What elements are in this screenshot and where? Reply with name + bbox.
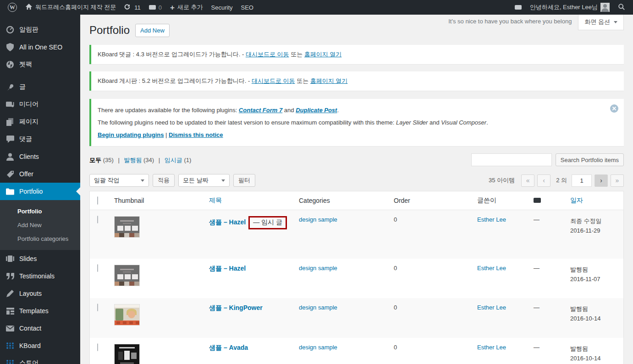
security-menu[interactable]: Security [207, 0, 237, 15]
portfolio-title-link[interactable]: 샘플 – Avada [209, 344, 248, 351]
updates-indicator[interactable]: 11 [120, 0, 145, 15]
feedback-bubble[interactable] [511, 0, 526, 15]
shield-icon [6, 43, 15, 51]
portfolio-title-link[interactable]: 샘플 – Hazel [209, 265, 246, 272]
admin-bar: W 워드프레스홈페이지 제작 전문 11 0 + 새로 추가 Security … [0, 0, 633, 15]
author-link[interactable]: Esther Lee [477, 265, 506, 272]
apply-button[interactable]: 적용 [153, 174, 175, 187]
comment-icon [6, 136, 15, 143]
row-checkbox[interactable] [97, 343, 98, 351]
category-link[interactable]: design sample [299, 265, 337, 272]
wordpress-logo-icon[interactable]: W [4, 0, 21, 15]
author-link[interactable]: Esther Lee [477, 216, 506, 223]
sidebar-item-kboard[interactable]: KBoard [0, 337, 80, 354]
sidebar-item-dashboard[interactable]: 알림판 [0, 21, 80, 38]
select-all-checkbox[interactable] [97, 196, 98, 205]
comments-indicator[interactable]: 0 [145, 0, 166, 15]
sidebar-item-slides[interactable]: Slides [0, 250, 80, 267]
sidebar-item-contact[interactable]: Contact [0, 320, 80, 337]
site-link[interactable]: 워드프레스홈페이지 제작 전문 [21, 0, 120, 15]
author-link[interactable]: Esther Lee [477, 304, 506, 311]
begin-updating-plugins-link[interactable]: Begin updating plugins [98, 131, 164, 138]
category-link[interactable]: design sample [299, 304, 337, 311]
row-checkbox[interactable] [97, 264, 98, 272]
dashboard-link[interactable]: 대시보드로 이동 [252, 77, 295, 84]
portfolio-title-link[interactable]: 샘플 – KingPower [209, 304, 263, 311]
kboard-comment-notice: KBoard 댓글 : 4.3 버전으로 업그레이드가 가능합니다. - 대시보… [89, 45, 624, 64]
category-link[interactable]: design sample [299, 344, 337, 351]
homepage-link[interactable]: 홈페이지 열기 [304, 51, 342, 58]
total-pages-label: 2 의 [556, 176, 567, 185]
search-portfolio-button[interactable]: Search Portfolio items [556, 153, 624, 166]
sidebar-item-all-in-one-seo[interactable]: All in One SEO [0, 38, 80, 56]
sidebar-item-testimonials[interactable]: Testimonials [0, 267, 80, 285]
next-page-button[interactable]: › [594, 174, 608, 187]
account-menu[interactable]: 안녕하세요, Esther Lee님 [526, 0, 614, 15]
filter-published[interactable]: 발행됨 [124, 157, 142, 163]
seo-menu[interactable]: SEO [237, 0, 258, 15]
bulk-actions-select[interactable]: 일괄 작업 [89, 174, 149, 187]
row-checkbox[interactable] [97, 304, 98, 311]
comments-header-icon [534, 198, 541, 203]
kboard-board-notice: KBoard 게시판 : 5.2 버전으로 업그레이드가 가능합니다. - 대시… [89, 71, 624, 91]
admin-bar-right: 안녕하세요, Esther Lee님 [511, 0, 629, 15]
homepage-link[interactable]: 홈페이지 열기 [310, 77, 348, 84]
comment-count: — [534, 338, 570, 364]
contact-form-7-link[interactable]: Contact Form 7 [239, 107, 282, 114]
filter-draft[interactable]: 임시글 [165, 157, 182, 163]
screen-options-button[interactable]: 화면 옵션 [578, 15, 624, 30]
portfolio-thumbnail[interactable] [114, 216, 140, 238]
date-filter-select[interactable]: 모든 날짜 [178, 174, 230, 187]
update-count: 11 [134, 4, 141, 11]
sidebar-item-comments[interactable]: 댓글 [0, 130, 80, 148]
sidebar-item-templates[interactable]: Templates [0, 302, 80, 320]
header-thumbnail: Thumbnail [110, 197, 209, 204]
sidebar-item-offer[interactable]: Offer [0, 165, 80, 183]
filter-all[interactable]: 모두 [89, 157, 101, 163]
current-page-input[interactable] [572, 174, 592, 187]
sidebar-item-media[interactable]: 미디어 [0, 96, 80, 113]
prev-page-button[interactable]: ‹ [537, 174, 550, 187]
admin-search[interactable] [614, 0, 629, 15]
sidebar-item-layouts[interactable]: Layouts [0, 285, 80, 302]
sidebar-item-portfolio[interactable]: Portfolio [0, 183, 80, 200]
new-content-menu[interactable]: + 새로 추가 [166, 0, 207, 15]
header-title-sort[interactable]: 제목 [209, 196, 222, 204]
search-input[interactable] [471, 153, 552, 166]
duplicate-post-link[interactable]: Duplicate Post [296, 107, 337, 114]
comment-icon [515, 5, 522, 10]
filter-button[interactable]: 필터 [233, 174, 255, 187]
post-date: 2016-10-14 [570, 314, 623, 323]
sidebar-item-pages[interactable]: 페이지 [0, 113, 80, 130]
portfolio-thumbnail[interactable] [114, 344, 140, 364]
slides-icon [6, 255, 15, 262]
category-link[interactable]: design sample [299, 216, 337, 223]
last-page-button[interactable]: » [611, 174, 624, 187]
sidebar-item-clients[interactable]: Clients [0, 148, 80, 165]
add-new-button[interactable]: Add New [135, 24, 170, 37]
admin-sidebar: 알림판 All in One SEO 젯팩 글 미디어 페이지 [0, 15, 80, 364]
header-date-sort[interactable]: 일자 [570, 196, 583, 204]
greeting: 안녕하세요, Esther Lee님 [530, 3, 598, 11]
item-count: 35 아이템 [489, 176, 515, 185]
media-icon [6, 101, 15, 108]
portfolio-title-link[interactable]: 샘플 – Hazel [209, 218, 246, 226]
submenu-portfolio-categories[interactable]: Portfolio categories [0, 232, 80, 245]
sidebar-item-posts[interactable]: 글 [0, 78, 80, 96]
home-icon [25, 3, 33, 11]
dashboard-link[interactable]: 대시보드로 이동 [246, 51, 289, 58]
jetpack-icon [6, 60, 15, 69]
sidebar-item-jetpack[interactable]: 젯팩 [0, 56, 80, 73]
comment-count: 0 [159, 4, 162, 11]
portfolio-thumbnail[interactable] [114, 265, 140, 286]
row-checkbox[interactable] [97, 216, 98, 223]
sidebar-item-store[interactable]: 스토어 [0, 354, 80, 364]
close-icon[interactable] [610, 104, 618, 113]
submenu-add-new[interactable]: Add New [0, 218, 80, 232]
first-page-button[interactable]: « [521, 174, 534, 187]
site-name: 워드프레스홈페이지 제작 전문 [35, 3, 116, 11]
dismiss-notice-link[interactable]: Dismiss this notice [169, 131, 223, 138]
portfolio-thumbnail[interactable] [114, 304, 140, 326]
submenu-portfolio[interactable]: Portfolio [0, 204, 80, 218]
author-link[interactable]: Esther Lee [477, 344, 506, 351]
